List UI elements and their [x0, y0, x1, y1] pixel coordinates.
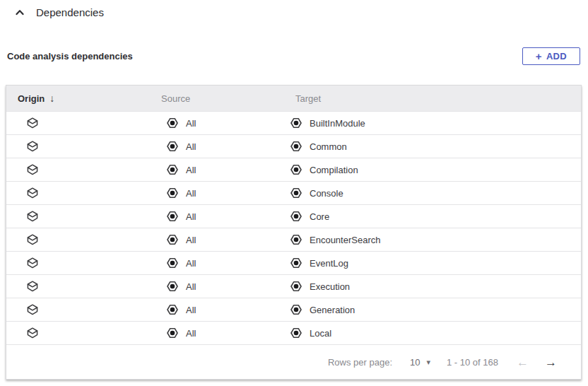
package-icon — [26, 140, 39, 153]
hexagon-dot-icon — [290, 210, 302, 223]
dependencies-table: Origin ↓ Source Target — [6, 85, 582, 380]
package-icon — [26, 210, 39, 223]
source-value: All — [186, 305, 196, 315]
next-page-icon[interactable]: → — [545, 356, 557, 368]
column-label-source: Source — [161, 93, 190, 104]
package-icon — [26, 303, 39, 316]
table-subtitle: Code analysis dependencies — [7, 51, 133, 62]
table-row[interactable]: All EventLog — [6, 251, 581, 274]
target-value: Console — [310, 188, 343, 199]
table-header-row: Origin ↓ Source Target — [6, 86, 581, 111]
section-header: Dependencies — [0, 0, 588, 18]
rows-per-page-select[interactable]: 10 ▾ — [410, 357, 430, 368]
table-body: All BuiltInModule — [6, 111, 581, 344]
target-value: Common — [310, 141, 347, 152]
package-icon — [26, 163, 39, 176]
table-row[interactable]: All Compilation — [6, 158, 581, 181]
package-icon — [26, 327, 39, 339]
hexagon-dot-icon — [290, 327, 302, 339]
sort-descending-icon: ↓ — [49, 93, 54, 104]
hexagon-dot-icon — [166, 327, 179, 339]
column-header-source[interactable]: Source — [160, 93, 289, 104]
toolbar: Code analysis dependencies + ADD — [0, 47, 588, 65]
target-value: BuiltInModule — [310, 118, 365, 129]
source-value: All — [186, 141, 196, 152]
rows-per-page-label: Rows per page: — [328, 357, 392, 368]
package-icon — [26, 280, 39, 293]
source-value: All — [186, 328, 196, 339]
hexagon-dot-icon — [290, 117, 302, 129]
package-icon — [26, 233, 39, 246]
table-row[interactable]: All BuiltInModule — [6, 111, 581, 134]
source-value: All — [186, 165, 196, 175]
package-icon — [26, 187, 39, 199]
caret-down-icon: ▾ — [426, 358, 430, 367]
table-row[interactable]: All Local — [6, 321, 581, 344]
hexagon-dot-icon — [166, 140, 179, 153]
column-header-target[interactable]: Target — [289, 93, 581, 104]
target-value: Core — [310, 211, 329, 222]
hexagon-dot-icon — [166, 303, 179, 316]
package-icon — [26, 117, 39, 129]
hexagon-dot-icon — [166, 187, 179, 199]
rows-per-page-value: 10 — [410, 357, 420, 368]
target-value: Execution — [310, 281, 350, 292]
hexagon-dot-icon — [290, 233, 302, 246]
table-row[interactable]: All Generation — [6, 298, 581, 321]
section-title: Dependencies — [36, 6, 104, 18]
column-header-origin[interactable]: Origin ↓ — [6, 93, 160, 104]
page-range: 1 - 10 of 168 — [447, 357, 498, 368]
source-value: All — [186, 281, 196, 292]
source-value: All — [186, 188, 196, 199]
hexagon-dot-icon — [290, 280, 302, 293]
table-row[interactable]: All Common — [6, 134, 581, 158]
target-value: EncounterSearch — [310, 235, 380, 245]
table-row[interactable]: All Core — [6, 204, 581, 228]
table-row[interactable]: All Execution — [6, 274, 581, 298]
hexagon-dot-icon — [166, 117, 179, 129]
source-value: All — [186, 258, 196, 269]
hexagon-dot-icon — [166, 163, 179, 176]
hexagon-dot-icon — [290, 163, 302, 176]
source-value: All — [186, 235, 196, 245]
plus-icon: + — [536, 51, 542, 62]
hexagon-dot-icon — [290, 187, 302, 199]
add-button-label: ADD — [546, 51, 567, 62]
table-row[interactable]: All Console — [6, 181, 581, 204]
table-row[interactable]: All EncounterSearch — [6, 228, 581, 251]
column-label-origin: Origin — [18, 93, 45, 104]
hexagon-dot-icon — [290, 303, 302, 316]
package-icon — [26, 257, 39, 269]
target-value: EventLog — [310, 258, 348, 269]
hexagon-dot-icon — [290, 140, 302, 153]
hexagon-dot-icon — [166, 210, 179, 223]
target-value: Compilation — [310, 165, 358, 175]
previous-page-icon[interactable]: ← — [517, 356, 529, 368]
target-value: Local — [310, 328, 331, 339]
column-label-target: Target — [295, 93, 321, 104]
add-button[interactable]: + ADD — [522, 47, 580, 65]
hexagon-dot-icon — [166, 233, 179, 246]
chevron-up-icon[interactable] — [16, 9, 24, 16]
source-value: All — [186, 211, 196, 222]
source-value: All — [186, 118, 196, 129]
hexagon-dot-icon — [166, 257, 179, 269]
hexagon-dot-icon — [290, 257, 302, 269]
dependencies-panel: Dependencies Code analysis dependencies … — [0, 0, 588, 386]
hexagon-dot-icon — [166, 280, 179, 293]
target-value: Generation — [310, 305, 355, 315]
pagination-bar: Rows per page: 10 ▾ 1 - 10 of 168 ← → — [6, 344, 581, 379]
